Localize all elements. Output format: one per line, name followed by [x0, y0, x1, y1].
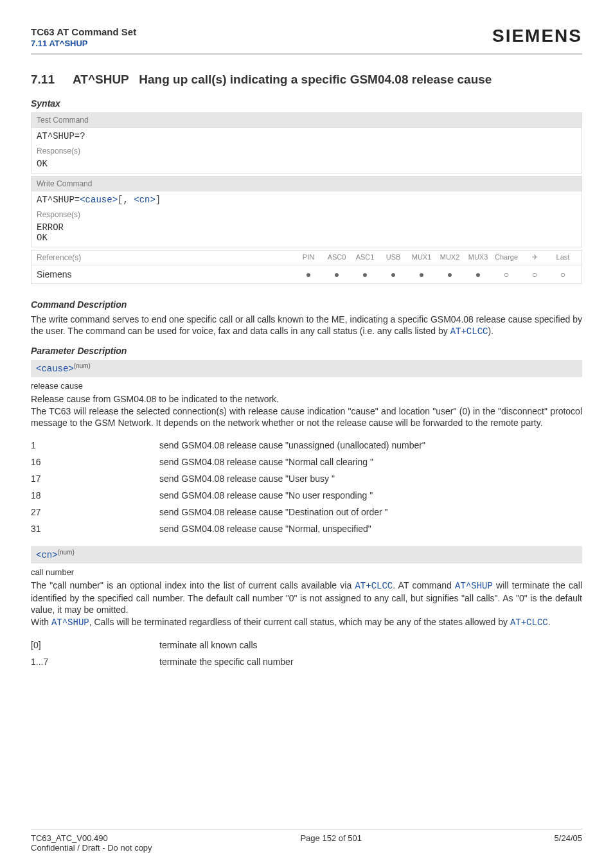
footer-divider: [31, 829, 582, 829]
atclcc-link-2[interactable]: AT+CLCC: [355, 581, 393, 591]
atshup-link-2[interactable]: AT^SHUP: [51, 617, 89, 628]
cn-param-link[interactable]: <cn>: [134, 195, 155, 205]
table-row: 1...7terminate the specific call number: [31, 653, 582, 671]
table-row: 31send GSM04.08 release cause "Normal, u…: [31, 520, 582, 537]
section-number: 7.11: [31, 73, 55, 87]
table-row: 16send GSM04.08 release cause "Normal ca…: [31, 454, 582, 470]
write-command-text: AT^SHUP=<cause>[, <cn>]: [31, 191, 582, 208]
cause-param-link[interactable]: <cause>: [80, 195, 118, 205]
parameter-description-label: Parameter Description: [31, 346, 582, 356]
write-command-head: Write Command: [31, 177, 582, 191]
page-footer: TC63_ATC_V00.490 Page 152 of 501 5/24/05…: [31, 825, 582, 853]
reference-box: Reference(s) PIN ASC0 ASC1 USB MUX1 MUX2…: [31, 250, 582, 284]
test-response-label: Response(s): [31, 145, 582, 157]
footer-confidential: Confidential / Draft - Do not copy: [31, 843, 582, 853]
footer-right: 5/24/05: [555, 833, 582, 843]
table-row: 17send GSM04.08 release cause "User busy…: [31, 470, 582, 487]
test-command-box: Test Command AT^SHUP=? Response(s) OK: [31, 112, 582, 173]
command-description-text: The write command serves to end one spec…: [31, 314, 582, 339]
airplane-icon: ✈: [521, 253, 548, 261]
cn-param-sub: call number: [31, 567, 582, 577]
reference-vendor: Siemens: [37, 269, 71, 279]
test-command-text: AT^SHUP=?: [31, 128, 582, 145]
table-row: 1send GSM04.08 release cause "unassigned…: [31, 437, 582, 454]
reference-label: Reference(s): [37, 253, 81, 262]
command-description-label: Command Description: [31, 299, 582, 310]
cn-values-table: [0]terminate all known calls1...7termina…: [31, 637, 582, 671]
page-header: TC63 AT Command Set 7.11 AT^SHUP SIEMENS: [31, 26, 582, 48]
atshup-link[interactable]: AT^SHUP: [455, 581, 493, 591]
cause-param-head: <cause>(num): [31, 360, 582, 376]
write-response-text: ERROR OK: [31, 221, 582, 247]
cause-param-sub: release cause: [31, 381, 582, 391]
reference-columns: PIN ASC0 ASC1 USB MUX1 MUX2 MUX3 Charge …: [295, 253, 576, 261]
atclcc-link-3[interactable]: AT+CLCC: [510, 617, 548, 628]
cn-param-text: The "call number" is an optional index i…: [31, 580, 582, 630]
header-divider: [31, 53, 582, 55]
cause-param-text: Release cause from GSM04.08 to be indica…: [31, 393, 582, 430]
reference-marks: ● ● ● ● ● ● ● ○ ○ ○: [295, 269, 576, 279]
syntax-label: Syntax: [31, 98, 582, 109]
doc-subtitle: 7.11 AT^SHUP: [31, 39, 136, 48]
brand-logo: SIEMENS: [492, 26, 582, 46]
write-response-label: Response(s): [31, 208, 582, 221]
table-row: [0]terminate all known calls: [31, 637, 582, 653]
table-row: 18send GSM04.08 release cause "No user r…: [31, 487, 582, 504]
footer-center: Page 152 of 501: [300, 833, 361, 843]
footer-left: TC63_ATC_V00.490: [31, 833, 108, 843]
doc-title: TC63 AT Command Set: [31, 26, 136, 39]
test-response-text: OK: [31, 157, 582, 173]
section-title: 7.11 AT^SHUP Hang up call(s) indicating …: [31, 73, 582, 87]
table-row: 27send GSM04.08 release cause "Destinati…: [31, 504, 582, 520]
atclcc-link[interactable]: AT+CLCC: [450, 326, 488, 337]
cn-param-head: <cn>(num): [31, 546, 582, 563]
cause-values-table: 1send GSM04.08 release cause "unassigned…: [31, 437, 582, 537]
section-heading: AT^SHUP Hang up call(s) indicating a spe…: [73, 73, 492, 87]
write-command-box: Write Command AT^SHUP=<cause>[, <cn>] Re…: [31, 176, 582, 247]
test-command-head: Test Command: [31, 113, 582, 128]
